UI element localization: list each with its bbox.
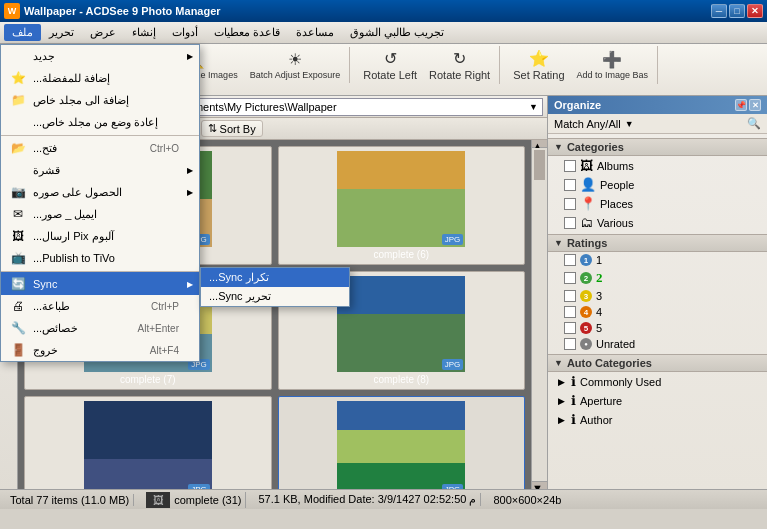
list-item[interactable]: JPG complete (9) [24, 396, 272, 489]
title-bar-left: W Wallpaper - ACDSee 9 Photo Manager [4, 3, 221, 19]
categories-collapse-icon: ▼ [554, 142, 563, 152]
menu-item-tools[interactable]: أدوات [164, 24, 206, 41]
scroll-thumb[interactable] [534, 150, 545, 180]
author-expand-icon: ▶ [558, 415, 565, 425]
albums-label: Albums [597, 160, 634, 172]
rating4-checkbox[interactable] [564, 306, 576, 318]
tree-albums[interactable]: 🖼 Albums [548, 156, 767, 175]
add-image-icon: ➕ [602, 50, 622, 69]
file-info-text: 57.1 KB, Modified Date: 3/9/1427 02:52:5… [258, 493, 476, 506]
sync-repeat-item[interactable]: ...Sync تكرار [201, 268, 349, 287]
places-icon: 📍 [580, 196, 596, 211]
ctx-print[interactable]: 🖨 ...طباعة Ctrl+P [1, 295, 199, 317]
minimize-button[interactable]: ─ [711, 4, 727, 18]
ctx-publish-tivo[interactable]: 📺 ...Publish to TiVo [1, 247, 199, 269]
ctx-sendpix-icon: 🖼 [9, 228, 27, 244]
organize-close-button[interactable]: ✕ [749, 99, 761, 111]
tree-aperture[interactable]: ▶ ℹ Aperture [548, 391, 767, 410]
ctx-sync-icon: 🔄 [9, 276, 27, 292]
organize-pin-button[interactable]: 📌 [735, 99, 747, 111]
sync-edit-item[interactable]: ...Sync تحرير [201, 287, 349, 306]
thumb-image-6: JPG [337, 401, 465, 489]
albums-checkbox[interactable] [564, 160, 576, 172]
menu-item-edit[interactable]: تحرير [41, 24, 82, 41]
ratings-section: ▼ Ratings 1 1 2 2 3 3 [548, 234, 767, 352]
ctx-get-photo[interactable]: 📷 الحصول على صوره ▶ [1, 181, 199, 203]
tree-people[interactable]: 👤 People [548, 175, 767, 194]
ctx-sync[interactable]: 🔄 Sync ▶ [1, 271, 199, 295]
rating2-label: 2 [596, 270, 603, 286]
match-label: Match Any/All [554, 118, 621, 130]
ctx-add-fav[interactable]: ⭐ ...إضافة للمفضلة [1, 67, 199, 89]
people-checkbox[interactable] [564, 179, 576, 191]
various-checkbox[interactable] [564, 217, 576, 229]
thumb-image-5: JPG [84, 401, 212, 489]
organize-title-bar: Organize 📌 ✕ [548, 96, 767, 114]
add-to-image-bas-button[interactable]: ➕ Add to Image Bas [572, 47, 654, 83]
tree-author[interactable]: ▶ ℹ Author [548, 410, 767, 429]
path-dropdown-icon[interactable]: ▼ [529, 102, 538, 112]
commonly-used-icon: ℹ [571, 374, 576, 389]
status-thumb-preview: 🖼 [146, 492, 170, 508]
rotate-right-button[interactable]: ↻ Rotate Right [424, 46, 495, 84]
categories-section: ▼ Categories 🖼 Albums 👤 People 📍 Places [548, 138, 767, 232]
rotate-left-button[interactable]: ↺ Rotate Left [358, 46, 422, 84]
thumb-badge-6: JPG [442, 484, 464, 489]
maximize-button[interactable]: □ [729, 4, 745, 18]
tree-rating-5[interactable]: 5 5 [548, 320, 767, 336]
ctx-email[interactable]: ✉ ...ايميل _ صور [1, 203, 199, 225]
list-item[interactable]: JPG complete (31) [278, 396, 526, 489]
ctx-restore-folder[interactable]: ...إعادة وضع من مجلد خاص [1, 111, 199, 133]
rating5-checkbox[interactable] [564, 322, 576, 334]
auto-categories-header[interactable]: ▼ Auto Categories [548, 354, 767, 372]
scroll-up-btn[interactable]: ▲ [532, 140, 547, 148]
ctx-properties[interactable]: 🔧 ...خصائص Alt+Enter [1, 317, 199, 339]
thumb-badge-2: JPG [442, 234, 464, 245]
rating1-checkbox[interactable] [564, 254, 576, 266]
ctx-shell[interactable]: قشرة ▶ [1, 159, 199, 181]
organize-search-icon[interactable]: 🔍 [747, 117, 761, 130]
tree-rating-1[interactable]: 1 1 [548, 252, 767, 268]
batch-adjust-button[interactable]: ☀ Batch Adjust Exposure [245, 47, 346, 83]
set-rating-button[interactable]: ⭐ Set Rating [508, 46, 569, 84]
ctx-sync-arrow: ▶ [187, 280, 193, 289]
sync-submenu: ...Sync تكرار ...Sync تحرير [200, 267, 350, 307]
places-checkbox[interactable] [564, 198, 576, 210]
tree-rating-4[interactable]: 4 4 [548, 304, 767, 320]
unrated-checkbox[interactable] [564, 338, 576, 350]
list-item[interactable]: JPG complete (6) [278, 146, 526, 265]
menu-bar: ملف تحرير عرض إنشاء أدوات قاعدة معطيات م… [0, 22, 767, 44]
rating3-checkbox[interactable] [564, 290, 576, 302]
ctx-new-arrow: ▶ [187, 52, 193, 61]
categories-header[interactable]: ▼ Categories [548, 138, 767, 156]
ctx-add-folder[interactable]: 📁 إضافة الى مجلد خاص [1, 89, 199, 111]
thumbnail-scrollbar[interactable]: ▲ ▼ [531, 140, 547, 489]
ctx-exit[interactable]: 🚪 خروج Alt+F4 [1, 339, 199, 361]
tree-rating-3[interactable]: 3 3 [548, 288, 767, 304]
sort-by-button[interactable]: ⇅ Sort By [201, 120, 263, 137]
ctx-open[interactable]: 📂 ...فتح Ctrl+O [1, 135, 199, 159]
close-button[interactable]: ✕ [747, 4, 763, 18]
thumb-badge-4: JPG [442, 359, 464, 370]
rating2-checkbox[interactable] [564, 272, 576, 284]
menu-item-help[interactable]: مساعدة [288, 24, 342, 41]
aperture-icon: ℹ [571, 393, 576, 408]
menu-item-cloudshoq[interactable]: تجريب طالبي الشوق [342, 24, 452, 41]
ctx-send-pix[interactable]: 🖼 ...ارسال Pix آلبوم [1, 225, 199, 247]
tree-rating-unrated[interactable]: ● Unrated [548, 336, 767, 352]
scroll-down-btn[interactable]: ▼ [532, 481, 547, 489]
title-bar-controls: ─ □ ✕ [711, 4, 763, 18]
tree-various[interactable]: 🗂 Various [548, 213, 767, 232]
aperture-label: Aperture [580, 395, 622, 407]
ctx-new[interactable]: جديد ▶ [1, 45, 199, 67]
menu-item-create[interactable]: إنشاء [124, 24, 164, 41]
menu-item-view[interactable]: عرض [82, 24, 124, 41]
tree-places[interactable]: 📍 Places [548, 194, 767, 213]
tree-commonly-used[interactable]: ▶ ℹ Commonly Used [548, 372, 767, 391]
menu-item-file[interactable]: ملف [4, 24, 41, 41]
ctx-getphoto-icon: 📷 [9, 184, 27, 200]
ratings-header[interactable]: ▼ Ratings [548, 234, 767, 252]
tree-rating-2[interactable]: 2 2 [548, 268, 767, 288]
menu-item-database[interactable]: قاعدة معطيات [206, 24, 288, 41]
rotate-right-icon: ↻ [453, 49, 466, 68]
